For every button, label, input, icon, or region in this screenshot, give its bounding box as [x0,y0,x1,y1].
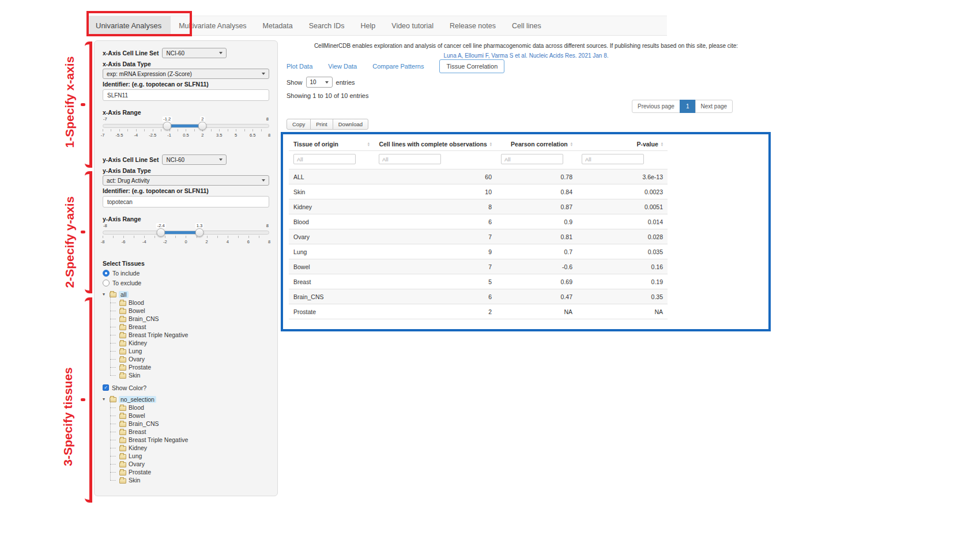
x-range-low-handle[interactable] [163,122,172,130]
y-axis-data-type-label: y-Axis Data Type [103,167,269,174]
table-row[interactable]: Brain_CNS60.470.35 [289,289,668,304]
y-range-low-handle[interactable] [157,228,165,237]
nav-cell-lines[interactable]: Cell lines [504,16,549,35]
y-axis-cell-line-set-select[interactable]: NCI-60 [162,154,227,165]
download-button[interactable]: Download [333,119,368,130]
table-row[interactable]: Prostate2NANA [289,304,668,319]
tree-node-skin[interactable]: Skin [108,476,269,484]
tree-node-breast-triple-negative[interactable]: Breast Triple Negative [108,331,269,339]
y-axis-range-slider[interactable]: -8 -2.4 1.3 8 -8 -6 -4 -2 0 2 4 6 8 [103,223,269,245]
copy-button[interactable]: Copy [287,119,311,130]
tree-node-brain-cns[interactable]: Brain_CNS [108,315,269,323]
y-range-high-handle[interactable] [195,228,203,237]
tree-node-prostate[interactable]: Prostate [108,363,269,371]
y-range-low-value: -2.4 [156,223,166,228]
tree-node-bowel[interactable]: Bowel [108,412,269,420]
nav-video-tutorial[interactable]: Video tutorial [383,16,442,35]
tree-expand-icon[interactable]: ▾ [103,397,107,402]
export-buttons: Copy Print Download [287,119,368,130]
nav-search-ids[interactable]: Search IDs [301,16,353,35]
filter-tissue-input[interactable] [293,154,356,164]
tick-label: -8 [101,239,105,244]
table-row[interactable]: Ovary70.810.028 [289,229,668,244]
chevron-down-icon [219,52,223,54]
tab-compare-patterns[interactable]: Compare Patterns [372,63,424,70]
sort-icon[interactable]: ▴▾ [661,142,663,147]
sort-icon[interactable]: ▴▾ [490,142,492,147]
show-color-checkbox[interactable]: ✓ [103,384,109,391]
tree-node-breast-triple-negative[interactable]: Breast Triple Negative [108,436,269,444]
filter-pvalue-input[interactable] [582,154,644,164]
nav-help[interactable]: Help [353,16,384,35]
x-range-low-value: -1.2 [162,116,172,122]
tree-node-ovary[interactable]: Ovary [108,355,269,363]
column-header-tissue[interactable]: Tissue of origin ▴▾ [289,138,374,150]
table-row[interactable]: Kidney80.870.0051 [289,199,668,214]
sort-icon[interactable]: ▴▾ [571,142,572,147]
y-range-track[interactable] [103,231,269,235]
tree-node-blood[interactable]: Blood [108,403,269,412]
table-row[interactable]: ALL600.783.6e-13 [289,169,668,184]
y-axis-data-type-select[interactable]: act: Drug Activity [103,175,269,186]
step1-annotation: 1-Specify x-axis [63,56,77,148]
tree-node-skin[interactable]: Skin [108,371,269,379]
tree-node-breast[interactable]: Breast [108,323,269,331]
tree-expand-icon[interactable]: ▾ [103,292,107,297]
y-range-ticks [103,236,269,238]
tree-node-lung[interactable]: Lung [108,347,269,355]
tree-item-label: Skin [129,372,140,379]
x-range-high-handle[interactable] [198,122,207,130]
tree-node-no-selection[interactable]: ▾ no_selection [103,395,269,403]
column-header-cell-lines[interactable]: Cell lines with complete observations ▴▾ [374,138,496,150]
x-axis-cell-line-set-select[interactable]: NCI-60 [162,48,227,58]
x-range-tick-labels: -7 -5.5 -4 -2.5 -1 0.5 2 3.5 5 6.5 8 [103,133,269,138]
print-button[interactable]: Print [310,119,333,130]
tissues-exclude-option[interactable]: To exclude [103,278,269,288]
show-color-option[interactable]: ✓ Show Color? [103,383,269,393]
tree-item-label: Bowel [129,307,145,314]
tree-node-lung[interactable]: Lung [108,452,269,460]
table-row[interactable]: Bowel7-0.60.16 [289,259,668,274]
sort-icon[interactable]: ▴▾ [368,142,370,147]
x-axis-data-type-select[interactable]: exp: mRNA Expression (Z-Score) [103,69,269,79]
x-range-track[interactable] [103,124,269,128]
tissue-correlation-table: Tissue of origin ▴▾ Cell lines with comp… [289,138,668,319]
column-header-pvalue[interactable]: P-value ▴▾ [577,138,668,150]
tree-node-breast[interactable]: Breast [108,428,269,436]
tree-node-all[interactable]: ▾ all [103,290,269,299]
nav-metadata[interactable]: Metadata [255,16,301,35]
column-header-pearson[interactable]: Pearson correlation ▴▾ [496,138,577,150]
table-row[interactable]: Skin100.840.0023 [289,184,668,199]
x-axis-identifier-input[interactable] [103,89,269,101]
nav-release-notes[interactable]: Release notes [442,16,504,35]
radio-exclude[interactable] [103,280,110,286]
radio-include[interactable] [103,270,110,277]
column-header-label: Tissue of origin [293,141,338,148]
tree-node-kidney[interactable]: Kidney [108,339,269,347]
x-axis-range-slider[interactable]: -7 -1.2 2 8 -7 -5.5 -4 -2.5 -1 0.5 2 3.5… [103,116,269,138]
filter-pearson-input[interactable] [501,154,563,164]
tissues-include-option[interactable]: To include [103,268,269,278]
settings-sidebar: x-Axis Cell Line Set NCI-60 x-Axis Data … [94,40,278,496]
tab-plot-data[interactable]: Plot Data [287,63,312,70]
table-body: ALL600.783.6e-13 Skin100.840.0023 Kidney… [289,169,668,319]
tree-node-blood[interactable]: Blood [108,299,269,307]
tree-node-prostate[interactable]: Prostate [108,468,269,476]
current-page-button[interactable]: 1 [680,100,696,113]
tab-view-data[interactable]: View Data [328,63,357,70]
tree-node-kidney[interactable]: Kidney [108,444,269,452]
tree-node-brain-cns[interactable]: Brain_CNS [108,420,269,428]
table-row[interactable]: Breast50.690.19 [289,274,668,289]
filter-cell-lines-input[interactable] [379,154,441,164]
next-page-button[interactable]: Next page [695,100,733,113]
entries-select[interactable]: 10 [306,77,333,88]
tree-node-bowel[interactable]: Bowel [108,307,269,315]
table-row[interactable]: Blood60.90.014 [289,214,668,229]
entries-control: Show 10 entries [287,77,355,88]
tree-node-ovary[interactable]: Ovary [108,460,269,468]
tab-tissue-correlation[interactable]: Tissue Correlation [439,59,504,73]
previous-page-button[interactable]: Previous page [632,100,680,113]
table-row[interactable]: Lung90.70.035 [289,244,668,259]
tree-item-label: Blood [129,404,144,411]
y-axis-identifier-input[interactable] [103,196,269,207]
